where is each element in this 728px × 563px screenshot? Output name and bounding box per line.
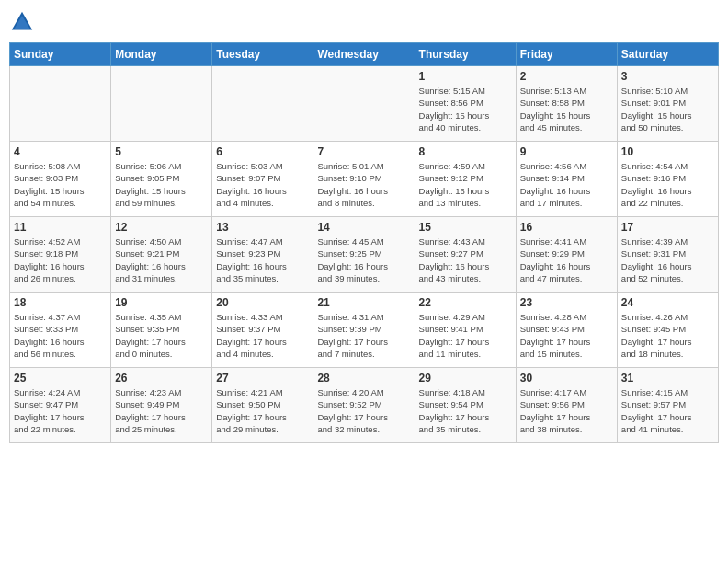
calendar-body: 1Sunrise: 5:15 AM Sunset: 8:56 PM Daylig… bbox=[10, 66, 719, 443]
day-info: Sunrise: 4:18 AM Sunset: 9:54 PM Dayligh… bbox=[419, 386, 512, 435]
calendar-cell: 6Sunrise: 5:03 AM Sunset: 9:07 PM Daylig… bbox=[212, 142, 313, 217]
day-number: 13 bbox=[216, 221, 309, 234]
calendar-cell: 14Sunrise: 4:45 AM Sunset: 9:25 PM Dayli… bbox=[313, 217, 415, 293]
day-info: Sunrise: 4:21 AM Sunset: 9:50 PM Dayligh… bbox=[216, 386, 309, 435]
day-number: 6 bbox=[216, 145, 309, 158]
calendar-cell: 10Sunrise: 4:54 AM Sunset: 9:16 PM Dayli… bbox=[617, 142, 718, 217]
day-number: 30 bbox=[520, 372, 613, 385]
calendar-cell: 13Sunrise: 4:47 AM Sunset: 9:23 PM Dayli… bbox=[212, 217, 313, 293]
calendar-header: SundayMondayTuesdayWednesdayThursdayFrid… bbox=[10, 43, 719, 66]
calendar-cell: 15Sunrise: 4:43 AM Sunset: 9:27 PM Dayli… bbox=[415, 217, 516, 293]
day-number: 22 bbox=[419, 296, 512, 309]
calendar-cell: 12Sunrise: 4:50 AM Sunset: 9:21 PM Dayli… bbox=[111, 217, 212, 293]
day-number: 29 bbox=[419, 372, 512, 385]
day-number: 21 bbox=[317, 296, 410, 309]
day-info: Sunrise: 4:39 AM Sunset: 9:31 PM Dayligh… bbox=[621, 236, 714, 284]
calendar-cell: 7Sunrise: 5:01 AM Sunset: 9:10 PM Daylig… bbox=[313, 142, 415, 217]
logo-icon bbox=[9, 9, 35, 35]
day-number: 7 bbox=[317, 145, 410, 158]
calendar-cell: 30Sunrise: 4:17 AM Sunset: 9:56 PM Dayli… bbox=[516, 368, 617, 443]
day-info: Sunrise: 4:41 AM Sunset: 9:29 PM Dayligh… bbox=[520, 236, 613, 284]
day-number: 12 bbox=[115, 221, 208, 234]
calendar-cell bbox=[313, 66, 415, 142]
calendar-cell: 26Sunrise: 4:23 AM Sunset: 9:49 PM Dayli… bbox=[111, 368, 212, 443]
calendar-cell: 4Sunrise: 5:08 AM Sunset: 9:03 PM Daylig… bbox=[10, 142, 111, 217]
day-info: Sunrise: 4:26 AM Sunset: 9:45 PM Dayligh… bbox=[621, 311, 714, 360]
page-header bbox=[9, 9, 719, 35]
day-number: 14 bbox=[317, 221, 410, 234]
calendar-cell: 11Sunrise: 4:52 AM Sunset: 9:18 PM Dayli… bbox=[10, 217, 111, 293]
calendar-cell bbox=[212, 66, 313, 142]
calendar-cell: 2Sunrise: 5:13 AM Sunset: 8:58 PM Daylig… bbox=[516, 66, 617, 142]
day-info: Sunrise: 4:24 AM Sunset: 9:47 PM Dayligh… bbox=[14, 386, 107, 435]
calendar-cell: 17Sunrise: 4:39 AM Sunset: 9:31 PM Dayli… bbox=[617, 217, 718, 293]
header-day-sunday: Sunday bbox=[10, 43, 111, 66]
week-row-5: 25Sunrise: 4:24 AM Sunset: 9:47 PM Dayli… bbox=[10, 368, 719, 443]
day-info: Sunrise: 4:43 AM Sunset: 9:27 PM Dayligh… bbox=[419, 236, 512, 284]
header-day-monday: Monday bbox=[111, 43, 212, 66]
day-number: 11 bbox=[14, 221, 107, 234]
day-number: 2 bbox=[520, 70, 613, 83]
day-number: 27 bbox=[216, 372, 309, 385]
calendar-cell: 9Sunrise: 4:56 AM Sunset: 9:14 PM Daylig… bbox=[516, 142, 617, 217]
day-info: Sunrise: 4:52 AM Sunset: 9:18 PM Dayligh… bbox=[14, 236, 107, 284]
day-number: 31 bbox=[621, 372, 714, 385]
day-number: 5 bbox=[115, 145, 208, 158]
calendar-cell bbox=[111, 66, 212, 142]
day-number: 17 bbox=[621, 221, 714, 234]
calendar-cell: 29Sunrise: 4:18 AM Sunset: 9:54 PM Dayli… bbox=[415, 368, 516, 443]
day-info: Sunrise: 4:31 AM Sunset: 9:39 PM Dayligh… bbox=[317, 311, 410, 360]
day-number: 23 bbox=[520, 296, 613, 309]
day-number: 1 bbox=[419, 70, 512, 83]
calendar-cell: 22Sunrise: 4:29 AM Sunset: 9:41 PM Dayli… bbox=[415, 293, 516, 368]
calendar-cell: 31Sunrise: 4:15 AM Sunset: 9:57 PM Dayli… bbox=[617, 368, 718, 443]
day-info: Sunrise: 5:03 AM Sunset: 9:07 PM Dayligh… bbox=[216, 160, 309, 209]
day-info: Sunrise: 4:47 AM Sunset: 9:23 PM Dayligh… bbox=[216, 236, 309, 284]
calendar-cell bbox=[10, 66, 111, 142]
calendar-cell: 18Sunrise: 4:37 AM Sunset: 9:33 PM Dayli… bbox=[10, 293, 111, 368]
week-row-4: 18Sunrise: 4:37 AM Sunset: 9:33 PM Dayli… bbox=[10, 293, 719, 368]
day-info: Sunrise: 4:20 AM Sunset: 9:52 PM Dayligh… bbox=[317, 386, 410, 435]
calendar-cell: 21Sunrise: 4:31 AM Sunset: 9:39 PM Dayli… bbox=[313, 293, 415, 368]
calendar-cell: 27Sunrise: 4:21 AM Sunset: 9:50 PM Dayli… bbox=[212, 368, 313, 443]
calendar-cell: 5Sunrise: 5:06 AM Sunset: 9:05 PM Daylig… bbox=[111, 142, 212, 217]
day-number: 3 bbox=[621, 70, 714, 83]
day-number: 10 bbox=[621, 145, 714, 158]
day-number: 20 bbox=[216, 296, 309, 309]
calendar-cell: 20Sunrise: 4:33 AM Sunset: 9:37 PM Dayli… bbox=[212, 293, 313, 368]
calendar-cell: 28Sunrise: 4:20 AM Sunset: 9:52 PM Dayli… bbox=[313, 368, 415, 443]
day-info: Sunrise: 5:10 AM Sunset: 9:01 PM Dayligh… bbox=[621, 85, 714, 133]
day-number: 8 bbox=[419, 145, 512, 158]
day-number: 28 bbox=[317, 372, 410, 385]
day-info: Sunrise: 4:54 AM Sunset: 9:16 PM Dayligh… bbox=[621, 160, 714, 209]
calendar-cell: 25Sunrise: 4:24 AM Sunset: 9:47 PM Dayli… bbox=[10, 368, 111, 443]
week-row-2: 4Sunrise: 5:08 AM Sunset: 9:03 PM Daylig… bbox=[10, 142, 719, 217]
calendar-table: SundayMondayTuesdayWednesdayThursdayFrid… bbox=[9, 42, 719, 443]
calendar-cell: 8Sunrise: 4:59 AM Sunset: 9:12 PM Daylig… bbox=[415, 142, 516, 217]
logo bbox=[9, 9, 39, 35]
week-row-3: 11Sunrise: 4:52 AM Sunset: 9:18 PM Dayli… bbox=[10, 217, 719, 293]
day-info: Sunrise: 4:15 AM Sunset: 9:57 PM Dayligh… bbox=[621, 386, 714, 435]
header-day-thursday: Thursday bbox=[415, 43, 516, 66]
day-info: Sunrise: 4:33 AM Sunset: 9:37 PM Dayligh… bbox=[216, 311, 309, 360]
calendar-cell: 23Sunrise: 4:28 AM Sunset: 9:43 PM Dayli… bbox=[516, 293, 617, 368]
header-day-saturday: Saturday bbox=[617, 43, 718, 66]
week-row-1: 1Sunrise: 5:15 AM Sunset: 8:56 PM Daylig… bbox=[10, 66, 719, 142]
day-info: Sunrise: 4:45 AM Sunset: 9:25 PM Dayligh… bbox=[317, 236, 410, 284]
day-number: 16 bbox=[520, 221, 613, 234]
header-row: SundayMondayTuesdayWednesdayThursdayFrid… bbox=[10, 43, 719, 66]
day-info: Sunrise: 4:29 AM Sunset: 9:41 PM Dayligh… bbox=[419, 311, 512, 360]
day-info: Sunrise: 5:15 AM Sunset: 8:56 PM Dayligh… bbox=[419, 85, 512, 133]
day-info: Sunrise: 4:59 AM Sunset: 9:12 PM Dayligh… bbox=[419, 160, 512, 209]
day-number: 25 bbox=[14, 372, 107, 385]
calendar-cell: 16Sunrise: 4:41 AM Sunset: 9:29 PM Dayli… bbox=[516, 217, 617, 293]
calendar-cell: 24Sunrise: 4:26 AM Sunset: 9:45 PM Dayli… bbox=[617, 293, 718, 368]
calendar-cell: 3Sunrise: 5:10 AM Sunset: 9:01 PM Daylig… bbox=[617, 66, 718, 142]
day-info: Sunrise: 5:01 AM Sunset: 9:10 PM Dayligh… bbox=[317, 160, 410, 209]
header-day-tuesday: Tuesday bbox=[212, 43, 313, 66]
day-info: Sunrise: 5:08 AM Sunset: 9:03 PM Dayligh… bbox=[14, 160, 107, 209]
day-info: Sunrise: 4:50 AM Sunset: 9:21 PM Dayligh… bbox=[115, 236, 208, 284]
day-number: 19 bbox=[115, 296, 208, 309]
calendar-cell: 19Sunrise: 4:35 AM Sunset: 9:35 PM Dayli… bbox=[111, 293, 212, 368]
day-info: Sunrise: 4:56 AM Sunset: 9:14 PM Dayligh… bbox=[520, 160, 613, 209]
